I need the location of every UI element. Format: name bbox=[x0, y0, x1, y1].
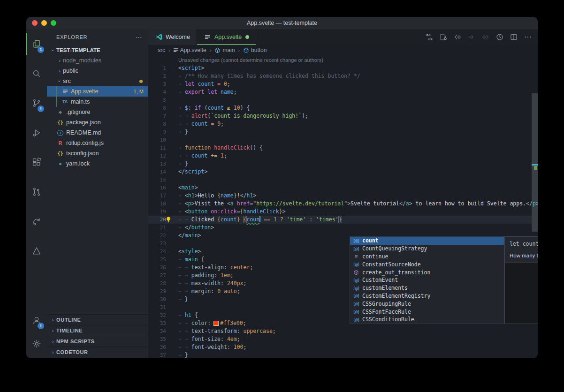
code-token: { bbox=[195, 312, 198, 318]
code-token: a bbox=[406, 200, 409, 207]
activity-item-explorer[interactable]: 1 bbox=[26, 29, 47, 59]
code-line-15[interactable]: 15 bbox=[148, 176, 532, 184]
activity-item-run-debug[interactable] bbox=[26, 118, 47, 147]
code-line-2[interactable]: 2→ /** How many times has someone clicke… bbox=[148, 72, 532, 80]
breadcrumb-item-app-svelte[interactable]: App.svelte bbox=[174, 47, 206, 53]
toolbar-split-editor[interactable] bbox=[507, 30, 521, 44]
line-number: 11 bbox=[148, 144, 178, 152]
code-token: ; bbox=[221, 121, 224, 127]
activity-item-source-control[interactable]: 1 bbox=[26, 88, 47, 118]
code-line-8[interactable]: 8→ → count = 9; bbox=[148, 120, 532, 128]
toolbar-navigate-current[interactable] bbox=[465, 30, 479, 44]
sidebar-section-timeline[interactable]: ›TIMELINE bbox=[47, 325, 148, 336]
code-token: → bbox=[178, 272, 185, 279]
activity-item-search[interactable] bbox=[26, 59, 47, 88]
toolbar-navigate-back[interactable] bbox=[450, 30, 465, 44]
breadcrumb-item-button[interactable]: button bbox=[243, 47, 267, 53]
code-token: 0 bbox=[224, 81, 227, 87]
suggest-item-count[interactable]: [@]count bbox=[350, 237, 504, 245]
code-line-12[interactable]: 12→ → count += 1; bbox=[148, 152, 532, 160]
tree-item-public[interactable]: ›public bbox=[47, 66, 148, 76]
git-status-badge: 1, M bbox=[134, 89, 144, 94]
code-line-13[interactable]: 13→ } bbox=[148, 160, 532, 168]
sidebar-section-npm-scripts[interactable]: ›NPM SCRIPTS bbox=[47, 336, 148, 347]
tree-item-app-svelte[interactable]: App.svelte1, M bbox=[47, 86, 148, 97]
activity-item-extensions[interactable] bbox=[26, 147, 47, 177]
more-actions-icon[interactable]: ⋯ bbox=[136, 33, 143, 41]
lightbulb-icon[interactable] bbox=[165, 216, 172, 223]
scrollbar-thumb[interactable] bbox=[532, 93, 538, 232]
suggest-item-customevent[interactable]: [@]CustomEvent bbox=[350, 276, 504, 284]
suggest-item-cssfontfacerule[interactable]: [@]CSSFontFaceRule bbox=[350, 308, 504, 316]
chevron-right-icon: › bbox=[56, 58, 63, 63]
code-token: ; bbox=[244, 344, 247, 350]
tree-item--gitignore[interactable]: ◆.gitignore bbox=[47, 107, 148, 117]
activity-item-settings[interactable] bbox=[26, 332, 47, 355]
code-line-20[interactable]: 20→ → Clicked {count} {coun == 1 ? 'time… bbox=[148, 216, 532, 224]
code-line-10[interactable]: 10 bbox=[148, 136, 532, 144]
code-token: color bbox=[191, 320, 208, 326]
toolbar-more-actions[interactable] bbox=[521, 30, 535, 44]
modified-dot-icon[interactable] bbox=[245, 35, 249, 39]
tree-item-src[interactable]: ›src bbox=[47, 76, 148, 86]
tree-item-main-ts[interactable]: TSmain.ts bbox=[47, 97, 148, 107]
tree-item-readme-md[interactable]: iREADME.md bbox=[47, 128, 148, 138]
tab-app-svelte[interactable]: App.svelte bbox=[197, 29, 256, 45]
line-number: 17 bbox=[148, 192, 178, 200]
suggest-item-customelementregistry[interactable]: [@]CustomElementRegistry bbox=[350, 292, 504, 300]
code-line-16[interactable]: 16<main> bbox=[148, 184, 532, 192]
suggest-item-customelements[interactable]: [@]customElements bbox=[350, 284, 504, 292]
activity-item-account[interactable]: 1 bbox=[26, 309, 47, 332]
code-line-17[interactable]: 17→ <h1>Hello {name}!</h1> bbox=[148, 192, 532, 200]
code-line-37[interactable]: 37→ } bbox=[148, 351, 532, 358]
code-line-14[interactable]: 14</script> bbox=[148, 168, 532, 176]
tree-item-yarn-lock[interactable]: ●yarn.lock bbox=[47, 158, 148, 169]
code-line-3[interactable]: 3→ let count = 0; bbox=[148, 80, 532, 88]
code-line-36[interactable]: 36→ → font-weight: 100; bbox=[148, 343, 532, 351]
tab-welcome[interactable]: Welcome bbox=[148, 29, 197, 45]
code-line-18[interactable]: 18→ <p>Visit the <a href="https://svelte… bbox=[148, 200, 532, 208]
code-line-11[interactable]: 11→ function handleClick() { bbox=[148, 144, 532, 152]
toolbar-file-history[interactable] bbox=[493, 30, 507, 44]
suggest-label: CSSFontFaceRule bbox=[362, 309, 411, 315]
activity-item-github-pr[interactable] bbox=[26, 177, 47, 206]
code-token: : bbox=[224, 264, 230, 271]
code-line-34[interactable]: 34→ → text-transform: uppercase; bbox=[148, 327, 532, 335]
suggest-item-constantsourcenode[interactable]: [@]ConstantSourceNode bbox=[350, 260, 504, 268]
tree-item-rollup-config-js[interactable]: Rrollup.config.js bbox=[47, 138, 148, 148]
suggest-item-create_out_transition[interactable]: create_out_transition bbox=[350, 268, 504, 276]
breadcrumb-item-src[interactable]: src bbox=[158, 47, 165, 53]
code-token: uppercase bbox=[244, 328, 273, 334]
breadcrumb-item-main[interactable]: main bbox=[214, 47, 235, 53]
code-line-35[interactable]: 35→ → font-size: 4em; bbox=[148, 335, 532, 343]
suggest-item-continue[interactable]: ≡continue bbox=[350, 253, 504, 261]
activity-item-live-share[interactable] bbox=[26, 206, 47, 236]
tree-item-package-json[interactable]: {}package.json bbox=[47, 117, 148, 128]
code-line-6[interactable]: 6→ $: if (count ≥ 10) { bbox=[148, 104, 532, 112]
activity-item-azure[interactable] bbox=[26, 236, 47, 265]
toolbar-gitlens-compare[interactable] bbox=[422, 30, 436, 44]
code-line-7[interactable]: 7→ → alert(`count is dangerously high!`)… bbox=[148, 112, 532, 120]
code-token: = bbox=[217, 81, 224, 87]
suggest-item-countqueuingstrategy[interactable]: [@]CountQueuingStrategy bbox=[350, 245, 504, 253]
code-line-21[interactable]: 21→ </button> bbox=[148, 224, 532, 232]
tree-item-tsconfig-json[interactable]: {}tsconfig.json bbox=[47, 148, 148, 158]
toolbar-navigate-forward[interactable] bbox=[479, 30, 493, 44]
code-token: → bbox=[178, 280, 185, 286]
suggest-item-cssgroupingrule[interactable]: [@]CSSGroupingRule bbox=[350, 300, 504, 308]
code-token: center bbox=[230, 264, 250, 271]
sidebar-section-outline[interactable]: ›OUTLINE bbox=[47, 314, 148, 325]
toolbar-open-changes[interactable] bbox=[436, 30, 450, 44]
code-line-5[interactable]: 5 bbox=[148, 96, 532, 104]
badge: 1 bbox=[38, 46, 44, 53]
code-line-9[interactable]: 9→ } bbox=[148, 128, 532, 136]
code-token: = bbox=[211, 121, 217, 127]
tree-item-node-modules[interactable]: ›node_modules bbox=[47, 55, 148, 66]
sidebar-section-codetour[interactable]: ›CODETOUR bbox=[47, 347, 148, 357]
tree-root[interactable]: › TEST-TEMPLATE bbox=[47, 45, 148, 55]
suggest-item-cssconditionrule[interactable]: [@]CSSConditionRule bbox=[350, 316, 504, 324]
code-line-1[interactable]: 1<script> bbox=[148, 64, 532, 72]
code-line-19[interactable]: 19→ <button on:click={handleClick}> bbox=[148, 208, 532, 216]
color-swatch[interactable] bbox=[214, 321, 218, 325]
code-line-4[interactable]: 4→ export let name; bbox=[148, 88, 532, 96]
